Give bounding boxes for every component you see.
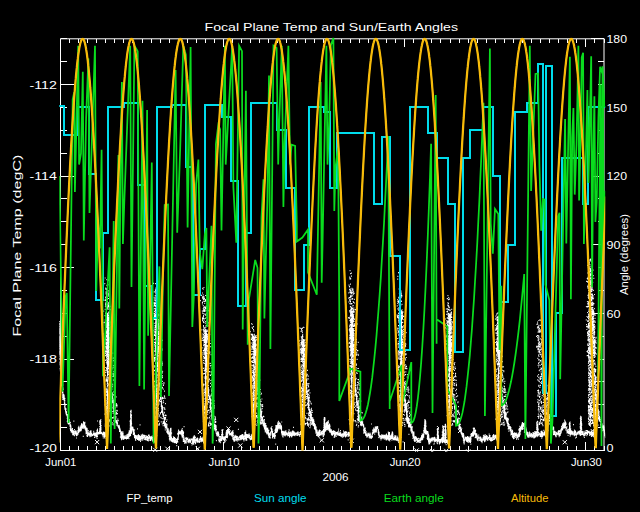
svg-text:150: 150 [607,102,628,114]
svg-text:Jun10: Jun10 [209,456,240,468]
svg-text:-116: -116 [30,262,58,274]
svg-text:Sun angle: Sun angle [254,492,307,504]
svg-text:0: 0 [607,442,614,454]
svg-text:Angle (degrees): Angle (degrees) [619,214,630,295]
svg-text:Altitude: Altitude [511,492,549,504]
svg-text:Earth angle: Earth angle [384,492,444,504]
svg-text:-112: -112 [30,79,58,91]
svg-text:-118: -118 [30,353,58,365]
svg-text:-114: -114 [30,170,58,182]
svg-text:-120: -120 [30,442,58,454]
svg-text:FP_temp: FP_temp [127,492,173,504]
svg-text:Jun30: Jun30 [571,456,602,468]
svg-text:2006: 2006 [323,471,349,483]
svg-text:Jun20: Jun20 [390,456,421,468]
svg-text:60: 60 [607,308,621,320]
svg-text:Focal Plane Temp (degC): Focal Plane Temp (degC) [10,155,24,337]
svg-text:Focal Plane Temp and Sun/Earth: Focal Plane Temp and Sun/Earth Angles [205,20,459,33]
svg-text:180: 180 [607,33,628,45]
svg-text:Jun01: Jun01 [45,456,76,468]
svg-text:120: 120 [607,170,628,182]
